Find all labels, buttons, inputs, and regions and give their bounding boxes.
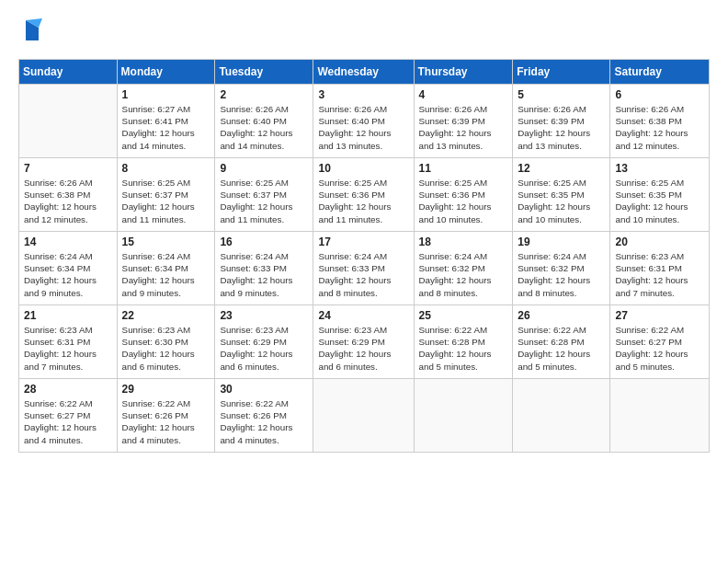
day-number: 1 xyxy=(122,88,210,101)
day-info: Sunrise: 6:26 AM Sunset: 6:40 PM Dayligh… xyxy=(318,103,408,152)
calendar-cell: 21Sunrise: 6:23 AM Sunset: 6:31 PM Dayli… xyxy=(19,305,118,379)
calendar-cell: 25Sunrise: 6:22 AM Sunset: 6:28 PM Dayli… xyxy=(414,305,513,379)
calendar-week-0: 1Sunrise: 6:27 AM Sunset: 6:41 PM Daylig… xyxy=(19,85,710,158)
day-number: 20 xyxy=(615,236,704,248)
calendar-cell: 7Sunrise: 6:26 AM Sunset: 6:38 PM Daylig… xyxy=(19,158,118,232)
day-info: Sunrise: 6:25 AM Sunset: 6:35 PM Dayligh… xyxy=(615,177,704,225)
day-info: Sunrise: 6:26 AM Sunset: 6:40 PM Dayligh… xyxy=(220,103,308,152)
day-number: 25 xyxy=(419,309,508,322)
calendar-week-3: 21Sunrise: 6:23 AM Sunset: 6:31 PM Dayli… xyxy=(19,305,710,379)
day-number: 14 xyxy=(24,236,112,248)
day-info: Sunrise: 6:26 AM Sunset: 6:38 PM Dayligh… xyxy=(615,103,704,152)
day-number: 26 xyxy=(518,309,605,322)
day-info: Sunrise: 6:22 AM Sunset: 6:27 PM Dayligh… xyxy=(24,397,112,446)
calendar-cell: 11Sunrise: 6:25 AM Sunset: 6:36 PM Dayli… xyxy=(414,158,513,232)
logo-icon xyxy=(22,18,42,48)
calendar-table: SundayMondayTuesdayWednesdayThursdayFrid… xyxy=(18,59,710,453)
day-info: Sunrise: 6:23 AM Sunset: 6:30 PM Dayligh… xyxy=(122,324,210,373)
day-info: Sunrise: 6:23 AM Sunset: 6:29 PM Dayligh… xyxy=(220,324,308,373)
day-info: Sunrise: 6:22 AM Sunset: 6:26 PM Dayligh… xyxy=(122,397,210,446)
day-number: 15 xyxy=(122,236,210,248)
calendar-cell: 30Sunrise: 6:22 AM Sunset: 6:26 PM Dayli… xyxy=(215,379,313,453)
calendar-week-1: 7Sunrise: 6:26 AM Sunset: 6:38 PM Daylig… xyxy=(19,158,710,232)
day-info: Sunrise: 6:23 AM Sunset: 6:31 PM Dayligh… xyxy=(24,324,112,373)
day-info: Sunrise: 6:25 AM Sunset: 6:36 PM Dayligh… xyxy=(419,177,508,225)
calendar-cell: 19Sunrise: 6:24 AM Sunset: 6:32 PM Dayli… xyxy=(513,232,610,305)
day-info: Sunrise: 6:22 AM Sunset: 6:28 PM Dayligh… xyxy=(518,324,605,373)
day-info: Sunrise: 6:25 AM Sunset: 6:37 PM Dayligh… xyxy=(220,177,308,225)
calendar-cell: 26Sunrise: 6:22 AM Sunset: 6:28 PM Dayli… xyxy=(513,305,610,379)
weekday-header-row: SundayMondayTuesdayWednesdayThursdayFrid… xyxy=(19,60,710,85)
day-info: Sunrise: 6:26 AM Sunset: 6:39 PM Dayligh… xyxy=(518,103,605,152)
calendar-cell: 1Sunrise: 6:27 AM Sunset: 6:41 PM Daylig… xyxy=(117,85,215,158)
day-info: Sunrise: 6:22 AM Sunset: 6:27 PM Dayligh… xyxy=(615,324,704,373)
day-info: Sunrise: 6:22 AM Sunset: 6:28 PM Dayligh… xyxy=(419,324,508,373)
weekday-header-tuesday: Tuesday xyxy=(215,60,313,85)
calendar-cell: 3Sunrise: 6:26 AM Sunset: 6:40 PM Daylig… xyxy=(313,85,414,158)
day-info: Sunrise: 6:26 AM Sunset: 6:38 PM Dayligh… xyxy=(24,177,112,225)
calendar-cell: 29Sunrise: 6:22 AM Sunset: 6:26 PM Dayli… xyxy=(117,379,215,453)
calendar-cell: 14Sunrise: 6:24 AM Sunset: 6:34 PM Dayli… xyxy=(19,232,118,305)
weekday-header-sunday: Sunday xyxy=(19,60,118,85)
day-info: Sunrise: 6:22 AM Sunset: 6:26 PM Dayligh… xyxy=(220,397,308,446)
calendar-cell: 4Sunrise: 6:26 AM Sunset: 6:39 PM Daylig… xyxy=(414,85,513,158)
calendar-cell: 9Sunrise: 6:25 AM Sunset: 6:37 PM Daylig… xyxy=(215,158,313,232)
calendar-cell xyxy=(610,379,710,453)
calendar-cell: 20Sunrise: 6:23 AM Sunset: 6:31 PM Dayli… xyxy=(610,232,710,305)
day-number: 11 xyxy=(419,162,508,175)
day-number: 24 xyxy=(318,309,408,322)
day-number: 8 xyxy=(122,162,210,175)
day-info: Sunrise: 6:27 AM Sunset: 6:41 PM Dayligh… xyxy=(122,103,210,152)
calendar-cell: 12Sunrise: 6:25 AM Sunset: 6:35 PM Dayli… xyxy=(513,158,610,232)
day-number: 27 xyxy=(615,309,704,322)
calendar-cell: 28Sunrise: 6:22 AM Sunset: 6:27 PM Dayli… xyxy=(19,379,118,453)
page-container: SundayMondayTuesdayWednesdayThursdayFrid… xyxy=(0,0,728,462)
calendar-week-2: 14Sunrise: 6:24 AM Sunset: 6:34 PM Dayli… xyxy=(19,232,710,305)
weekday-header-saturday: Saturday xyxy=(610,60,710,85)
weekday-header-thursday: Thursday xyxy=(414,60,513,85)
day-info: Sunrise: 6:25 AM Sunset: 6:35 PM Dayligh… xyxy=(518,177,605,225)
day-number: 6 xyxy=(615,88,704,101)
day-number: 7 xyxy=(24,162,112,175)
day-number: 30 xyxy=(220,383,308,396)
day-number: 28 xyxy=(24,383,112,396)
day-number: 4 xyxy=(419,88,508,101)
calendar-cell: 13Sunrise: 6:25 AM Sunset: 6:35 PM Dayli… xyxy=(610,158,710,232)
day-info: Sunrise: 6:25 AM Sunset: 6:37 PM Dayligh… xyxy=(122,177,210,225)
header xyxy=(18,17,710,48)
day-number: 12 xyxy=(518,162,605,175)
calendar-cell: 15Sunrise: 6:24 AM Sunset: 6:34 PM Dayli… xyxy=(117,232,215,305)
calendar-cell: 17Sunrise: 6:24 AM Sunset: 6:33 PM Dayli… xyxy=(313,232,414,305)
calendar-cell: 2Sunrise: 6:26 AM Sunset: 6:40 PM Daylig… xyxy=(215,85,313,158)
day-number: 2 xyxy=(220,88,308,101)
calendar-week-4: 28Sunrise: 6:22 AM Sunset: 6:27 PM Dayli… xyxy=(19,379,710,453)
day-info: Sunrise: 6:24 AM Sunset: 6:34 PM Dayligh… xyxy=(122,250,210,299)
day-info: Sunrise: 6:24 AM Sunset: 6:32 PM Dayligh… xyxy=(518,250,605,299)
weekday-header-wednesday: Wednesday xyxy=(313,60,414,85)
day-number: 17 xyxy=(318,236,408,248)
weekday-header-monday: Monday xyxy=(117,60,215,85)
calendar-cell: 22Sunrise: 6:23 AM Sunset: 6:30 PM Dayli… xyxy=(117,305,215,379)
calendar-cell: 10Sunrise: 6:25 AM Sunset: 6:36 PM Dayli… xyxy=(313,158,414,232)
weekday-header-friday: Friday xyxy=(513,60,610,85)
calendar-cell xyxy=(414,379,513,453)
calendar-cell: 16Sunrise: 6:24 AM Sunset: 6:33 PM Dayli… xyxy=(215,232,313,305)
day-number: 5 xyxy=(518,88,605,101)
day-number: 9 xyxy=(220,162,308,175)
day-info: Sunrise: 6:24 AM Sunset: 6:32 PM Dayligh… xyxy=(419,250,508,299)
calendar-cell: 5Sunrise: 6:26 AM Sunset: 6:39 PM Daylig… xyxy=(513,85,610,158)
calendar-cell: 6Sunrise: 6:26 AM Sunset: 6:38 PM Daylig… xyxy=(610,85,710,158)
calendar-cell xyxy=(313,379,414,453)
day-number: 21 xyxy=(24,309,112,322)
calendar-cell: 24Sunrise: 6:23 AM Sunset: 6:29 PM Dayli… xyxy=(313,305,414,379)
day-info: Sunrise: 6:23 AM Sunset: 6:31 PM Dayligh… xyxy=(615,250,704,299)
calendar-cell: 8Sunrise: 6:25 AM Sunset: 6:37 PM Daylig… xyxy=(117,158,215,232)
day-info: Sunrise: 6:24 AM Sunset: 6:33 PM Dayligh… xyxy=(220,250,308,299)
day-info: Sunrise: 6:24 AM Sunset: 6:33 PM Dayligh… xyxy=(318,250,408,299)
day-number: 22 xyxy=(122,309,210,322)
day-number: 23 xyxy=(220,309,308,322)
day-number: 16 xyxy=(220,236,308,248)
logo xyxy=(18,17,42,48)
day-number: 10 xyxy=(318,162,408,175)
day-info: Sunrise: 6:25 AM Sunset: 6:36 PM Dayligh… xyxy=(318,177,408,225)
